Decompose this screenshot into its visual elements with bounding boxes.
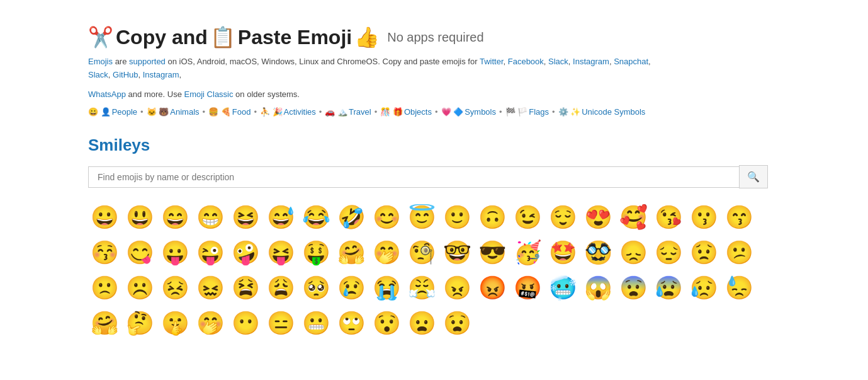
emoji-item[interactable]: 😊 <box>370 201 403 234</box>
emoji-item[interactable]: 🙂 <box>441 201 473 234</box>
emoji-item[interactable]: 😫 <box>229 272 262 304</box>
page-container: ✂️ Copy and 📋 Paste Emoji 👍 No apps requ… <box>88 25 868 340</box>
emoji-item[interactable]: 😯 <box>370 307 403 340</box>
emoji-item[interactable]: 🙃 <box>476 201 509 234</box>
emoji-item[interactable]: 😔 <box>652 236 685 269</box>
emoji-item[interactable]: 😤 <box>405 272 438 304</box>
page-title: ✂️ Copy and 📋 Paste Emoji 👍 No apps requ… <box>88 25 868 49</box>
emoji-item[interactable]: 🤪 <box>229 236 262 269</box>
emoji-item[interactable]: 🥺 <box>300 272 332 304</box>
emoji-item[interactable]: 🤑 <box>300 236 332 269</box>
emoji-item[interactable]: 🙄 <box>335 307 368 340</box>
emoji-item[interactable]: 😧 <box>441 307 473 340</box>
thumbsup-emoji: 👍 <box>354 25 380 49</box>
nav-travel[interactable]: Travel <box>349 107 371 117</box>
emoji-item[interactable]: 🤣 <box>335 201 368 234</box>
emoji-item[interactable]: 😁 <box>194 201 227 234</box>
emoji-item[interactable]: 🥶 <box>546 272 579 304</box>
nav-emoji-flags: 🏁 🏳️ <box>505 107 528 117</box>
search-input[interactable] <box>88 166 739 188</box>
emoji-item[interactable]: 😱 <box>582 272 614 304</box>
nav-animals[interactable]: Animals <box>170 107 199 117</box>
emoji-item[interactable]: 😞 <box>617 236 650 269</box>
emoji-item[interactable]: 🤗 <box>88 307 121 340</box>
emoji-item[interactable]: 😉 <box>511 201 544 234</box>
emoji-item[interactable]: 🤔 <box>123 307 156 340</box>
emoji-item[interactable]: 😍 <box>582 201 614 234</box>
emoji-item[interactable]: 😑 <box>264 307 297 340</box>
slack1-link[interactable]: Slack <box>548 57 568 66</box>
emoji-item[interactable]: 😇 <box>405 201 438 234</box>
emoji-item[interactable]: 😢 <box>335 272 368 304</box>
emoji-item[interactable]: 😣 <box>159 272 191 304</box>
emoji-item[interactable]: 🤭 <box>370 236 403 269</box>
emoji-item[interactable]: 😠 <box>441 272 473 304</box>
desc-mid2: and more. Use <box>126 89 184 99</box>
emoji-item[interactable]: 😚 <box>88 236 121 269</box>
emoji-item[interactable]: 😭 <box>370 272 403 304</box>
emoji-item[interactable]: 😘 <box>652 201 685 234</box>
emoji-item[interactable]: 🧐 <box>405 236 438 269</box>
emoji-item[interactable]: 😕 <box>723 236 755 269</box>
emoji-item[interactable]: 😜 <box>194 236 227 269</box>
emoji-item[interactable]: 🥰 <box>617 201 650 234</box>
emoji-item[interactable]: 😂 <box>300 201 332 234</box>
smileys-section: Smileys 🔍 😀😃😄😁😆😅😂🤣😊😇🙂🙃😉😌😍🥰😘😗😙😚😋😛😜🤪😝🤑🤗🤭🧐🤓… <box>88 135 868 340</box>
nav-food[interactable]: Food <box>232 107 251 117</box>
snapchat-link[interactable]: Snapchat <box>614 57 648 66</box>
nav-activities[interactable]: Activities <box>284 107 316 117</box>
emoji-item[interactable]: 😃 <box>123 201 156 234</box>
emoji-item[interactable]: 😗 <box>687 201 720 234</box>
instagram1-link[interactable]: Instagram <box>573 57 609 66</box>
emoji-item[interactable]: 😶 <box>229 307 262 340</box>
emoji-item[interactable]: 🤬 <box>511 272 544 304</box>
emoji-item[interactable]: ☹️ <box>123 272 156 304</box>
emoji-item[interactable]: 😖 <box>194 272 227 304</box>
nav-unicode-symbols[interactable]: Unicode Symbols <box>582 107 645 117</box>
emoji-item[interactable]: 😄 <box>159 201 191 234</box>
emoji-item[interactable]: 😙 <box>723 201 755 234</box>
emoji-item[interactable]: 😓 <box>723 272 755 304</box>
search-button[interactable]: 🔍 <box>739 165 768 188</box>
emoji-item[interactable]: 😨 <box>617 272 650 304</box>
emoji-item[interactable]: 😀 <box>88 201 121 234</box>
nav-symbols[interactable]: Symbols <box>465 107 496 117</box>
emoji-item[interactable]: 😩 <box>264 272 297 304</box>
instagram2-link[interactable]: Instagram <box>143 70 179 79</box>
emoji-item[interactable]: 🤫 <box>159 307 191 340</box>
emoji-item[interactable]: 🤭 <box>194 307 227 340</box>
emoji-item[interactable]: 😋 <box>123 236 156 269</box>
whatsapp-link[interactable]: WhatsApp <box>88 89 126 99</box>
github-link[interactable]: GitHub <box>113 70 138 79</box>
nav-flags[interactable]: Flags <box>529 107 549 117</box>
emojis-link[interactable]: Emojis <box>88 57 113 66</box>
emoji-item[interactable]: 😅 <box>264 201 297 234</box>
emoji-item[interactable]: 😎 <box>476 236 509 269</box>
description-line1: Emojis are supported on iOS, Android, ma… <box>88 55 655 82</box>
emoji-item[interactable]: 😡 <box>476 272 509 304</box>
emoji-item[interactable]: 😬 <box>300 307 332 340</box>
emoji-item[interactable]: 😥 <box>687 272 720 304</box>
supported-link[interactable]: supported <box>129 57 166 66</box>
emoji-item[interactable]: 😰 <box>652 272 685 304</box>
slack2-link[interactable]: Slack <box>88 70 108 79</box>
emoji-item[interactable]: 🤩 <box>546 236 579 269</box>
emoji-item[interactable]: 😆 <box>229 201 262 234</box>
emoji-item[interactable]: 🤓 <box>441 236 473 269</box>
desc-rest1: on iOS, Android, macOS, Windows, Linux a… <box>166 57 480 66</box>
emoji-item[interactable]: 🙁 <box>88 272 121 304</box>
nav-people[interactable]: People <box>112 107 137 117</box>
twitter-link[interactable]: Twitter <box>480 57 504 66</box>
emoji-item[interactable]: 😝 <box>264 236 297 269</box>
emoji-item[interactable]: 😛 <box>159 236 191 269</box>
emoji-item[interactable]: 🤗 <box>335 236 368 269</box>
emoji-item[interactable]: 😟 <box>687 236 720 269</box>
emoji-item[interactable]: 🥸 <box>582 236 614 269</box>
nav-objects[interactable]: Objects <box>404 107 432 117</box>
facebook-link[interactable]: Facebook <box>508 57 544 66</box>
emoji-item[interactable]: 😦 <box>405 307 438 340</box>
emoji-item[interactable]: 🥳 <box>511 236 544 269</box>
emoji-classic-link[interactable]: Emoji Classic <box>184 89 233 99</box>
emoji-item[interactable]: 😌 <box>546 201 579 234</box>
nav-sep-5: • <box>375 107 378 117</box>
